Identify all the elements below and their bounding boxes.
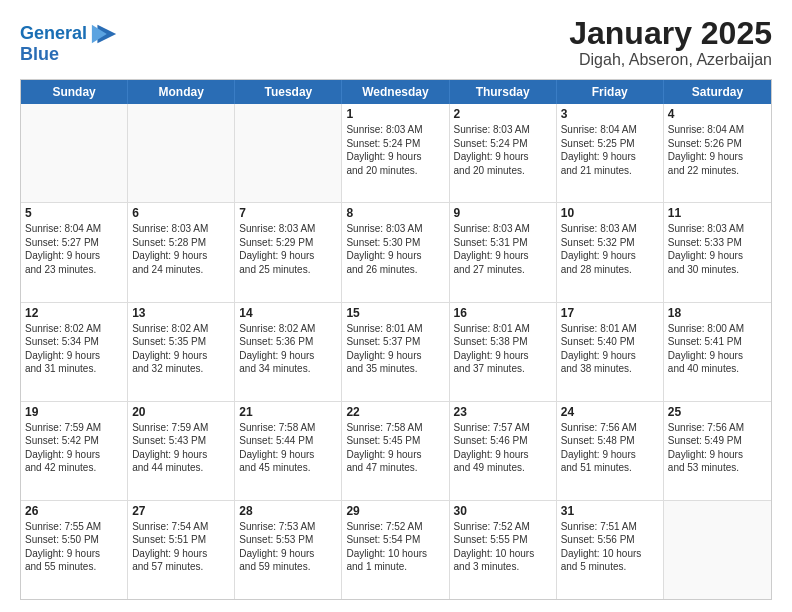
day-number: 8 [346,206,444,220]
cell-w0-d3: 1Sunrise: 8:03 AM Sunset: 5:24 PM Daylig… [342,104,449,202]
cell-w4-d0: 26Sunrise: 7:55 AM Sunset: 5:50 PM Dayli… [21,501,128,599]
day-info: Sunrise: 7:55 AM Sunset: 5:50 PM Dayligh… [25,520,123,574]
header-thursday: Thursday [450,80,557,104]
day-number: 10 [561,206,659,220]
week-row-4: 26Sunrise: 7:55 AM Sunset: 5:50 PM Dayli… [21,501,771,599]
cell-w2-d1: 13Sunrise: 8:02 AM Sunset: 5:35 PM Dayli… [128,303,235,401]
page-subtitle: Digah, Abseron, Azerbaijan [569,51,772,69]
day-info: Sunrise: 7:56 AM Sunset: 5:48 PM Dayligh… [561,421,659,475]
cell-w1-d3: 8Sunrise: 8:03 AM Sunset: 5:30 PM Daylig… [342,203,449,301]
day-number: 29 [346,504,444,518]
cell-w0-d4: 2Sunrise: 8:03 AM Sunset: 5:24 PM Daylig… [450,104,557,202]
day-number: 15 [346,306,444,320]
cell-w3-d5: 24Sunrise: 7:56 AM Sunset: 5:48 PM Dayli… [557,402,664,500]
week-row-0: 1Sunrise: 8:03 AM Sunset: 5:24 PM Daylig… [21,104,771,203]
day-info: Sunrise: 7:53 AM Sunset: 5:53 PM Dayligh… [239,520,337,574]
day-number: 31 [561,504,659,518]
day-number: 3 [561,107,659,121]
cell-w1-d0: 5Sunrise: 8:04 AM Sunset: 5:27 PM Daylig… [21,203,128,301]
day-info: Sunrise: 7:56 AM Sunset: 5:49 PM Dayligh… [668,421,767,475]
cell-w1-d4: 9Sunrise: 8:03 AM Sunset: 5:31 PM Daylig… [450,203,557,301]
cell-w4-d2: 28Sunrise: 7:53 AM Sunset: 5:53 PM Dayli… [235,501,342,599]
header-tuesday: Tuesday [235,80,342,104]
day-number: 18 [668,306,767,320]
day-number: 14 [239,306,337,320]
day-info: Sunrise: 8:02 AM Sunset: 5:36 PM Dayligh… [239,322,337,376]
cell-w0-d6: 4Sunrise: 8:04 AM Sunset: 5:26 PM Daylig… [664,104,771,202]
cell-w4-d6 [664,501,771,599]
day-number: 27 [132,504,230,518]
day-info: Sunrise: 8:02 AM Sunset: 5:35 PM Dayligh… [132,322,230,376]
day-number: 21 [239,405,337,419]
cell-w2-d6: 18Sunrise: 8:00 AM Sunset: 5:41 PM Dayli… [664,303,771,401]
cell-w3-d0: 19Sunrise: 7:59 AM Sunset: 5:42 PM Dayli… [21,402,128,500]
day-number: 28 [239,504,337,518]
day-info: Sunrise: 8:03 AM Sunset: 5:31 PM Dayligh… [454,222,552,276]
header-wednesday: Wednesday [342,80,449,104]
cell-w3-d2: 21Sunrise: 7:58 AM Sunset: 5:44 PM Dayli… [235,402,342,500]
day-number: 9 [454,206,552,220]
title-block: January 2025 Digah, Abseron, Azerbaijan [569,16,772,69]
cell-w2-d4: 16Sunrise: 8:01 AM Sunset: 5:38 PM Dayli… [450,303,557,401]
cell-w2-d2: 14Sunrise: 8:02 AM Sunset: 5:36 PM Dayli… [235,303,342,401]
header-monday: Monday [128,80,235,104]
header: General Blue January 2025 Digah, Abseron… [20,16,772,69]
cell-w4-d4: 30Sunrise: 7:52 AM Sunset: 5:55 PM Dayli… [450,501,557,599]
day-info: Sunrise: 7:58 AM Sunset: 5:45 PM Dayligh… [346,421,444,475]
day-number: 16 [454,306,552,320]
page-title: January 2025 [569,16,772,51]
day-info: Sunrise: 8:01 AM Sunset: 5:40 PM Dayligh… [561,322,659,376]
day-number: 22 [346,405,444,419]
cell-w4-d1: 27Sunrise: 7:54 AM Sunset: 5:51 PM Dayli… [128,501,235,599]
day-info: Sunrise: 8:04 AM Sunset: 5:27 PM Dayligh… [25,222,123,276]
day-number: 4 [668,107,767,121]
cell-w0-d1 [128,104,235,202]
day-number: 1 [346,107,444,121]
day-info: Sunrise: 7:52 AM Sunset: 5:54 PM Dayligh… [346,520,444,574]
day-info: Sunrise: 8:03 AM Sunset: 5:33 PM Dayligh… [668,222,767,276]
cell-w0-d2 [235,104,342,202]
header-saturday: Saturday [664,80,771,104]
calendar: Sunday Monday Tuesday Wednesday Thursday… [20,79,772,600]
day-number: 30 [454,504,552,518]
day-info: Sunrise: 7:52 AM Sunset: 5:55 PM Dayligh… [454,520,552,574]
day-number: 2 [454,107,552,121]
day-info: Sunrise: 8:04 AM Sunset: 5:26 PM Dayligh… [668,123,767,177]
day-number: 6 [132,206,230,220]
cell-w3-d6: 25Sunrise: 7:56 AM Sunset: 5:49 PM Dayli… [664,402,771,500]
cell-w3-d1: 20Sunrise: 7:59 AM Sunset: 5:43 PM Dayli… [128,402,235,500]
day-number: 26 [25,504,123,518]
cell-w4-d3: 29Sunrise: 7:52 AM Sunset: 5:54 PM Dayli… [342,501,449,599]
header-friday: Friday [557,80,664,104]
day-number: 24 [561,405,659,419]
cell-w1-d2: 7Sunrise: 8:03 AM Sunset: 5:29 PM Daylig… [235,203,342,301]
day-info: Sunrise: 8:04 AM Sunset: 5:25 PM Dayligh… [561,123,659,177]
header-sunday: Sunday [21,80,128,104]
cell-w2-d0: 12Sunrise: 8:02 AM Sunset: 5:34 PM Dayli… [21,303,128,401]
cell-w2-d5: 17Sunrise: 8:01 AM Sunset: 5:40 PM Dayli… [557,303,664,401]
cell-w0-d5: 3Sunrise: 8:04 AM Sunset: 5:25 PM Daylig… [557,104,664,202]
day-info: Sunrise: 8:00 AM Sunset: 5:41 PM Dayligh… [668,322,767,376]
page: General Blue January 2025 Digah, Abseron… [0,0,792,612]
day-info: Sunrise: 8:03 AM Sunset: 5:30 PM Dayligh… [346,222,444,276]
day-info: Sunrise: 7:57 AM Sunset: 5:46 PM Dayligh… [454,421,552,475]
logo-text: General [20,24,87,44]
day-info: Sunrise: 8:03 AM Sunset: 5:24 PM Dayligh… [454,123,552,177]
cell-w1-d1: 6Sunrise: 8:03 AM Sunset: 5:28 PM Daylig… [128,203,235,301]
day-info: Sunrise: 7:54 AM Sunset: 5:51 PM Dayligh… [132,520,230,574]
day-number: 12 [25,306,123,320]
week-row-2: 12Sunrise: 8:02 AM Sunset: 5:34 PM Dayli… [21,303,771,402]
day-info: Sunrise: 8:03 AM Sunset: 5:29 PM Dayligh… [239,222,337,276]
week-row-1: 5Sunrise: 8:04 AM Sunset: 5:27 PM Daylig… [21,203,771,302]
day-number: 19 [25,405,123,419]
cell-w1-d5: 10Sunrise: 8:03 AM Sunset: 5:32 PM Dayli… [557,203,664,301]
cell-w3-d3: 22Sunrise: 7:58 AM Sunset: 5:45 PM Dayli… [342,402,449,500]
cell-w1-d6: 11Sunrise: 8:03 AM Sunset: 5:33 PM Dayli… [664,203,771,301]
day-info: Sunrise: 7:59 AM Sunset: 5:42 PM Dayligh… [25,421,123,475]
day-info: Sunrise: 8:03 AM Sunset: 5:32 PM Dayligh… [561,222,659,276]
cell-w0-d0 [21,104,128,202]
day-number: 5 [25,206,123,220]
day-info: Sunrise: 7:51 AM Sunset: 5:56 PM Dayligh… [561,520,659,574]
day-info: Sunrise: 8:01 AM Sunset: 5:37 PM Dayligh… [346,322,444,376]
day-number: 11 [668,206,767,220]
